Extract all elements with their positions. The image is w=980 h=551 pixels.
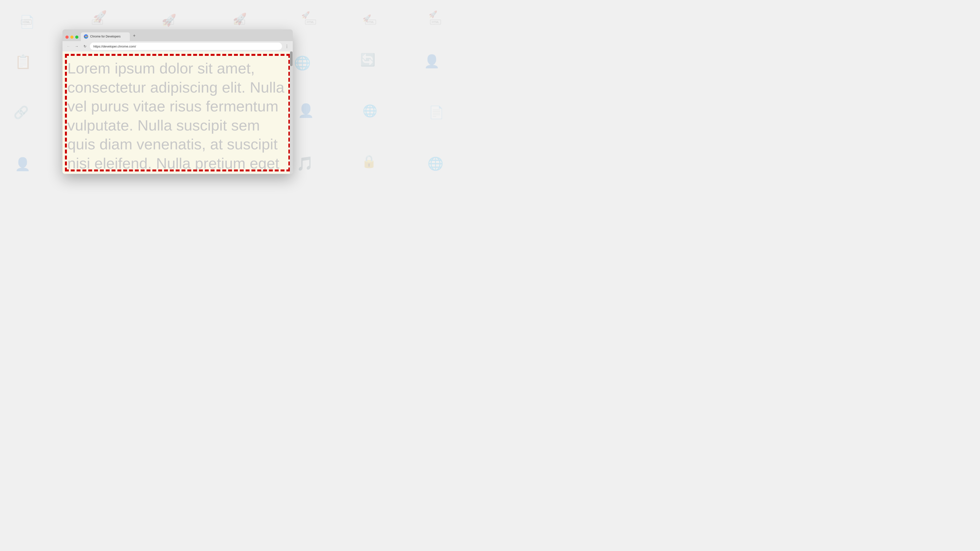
new-tab-button[interactable]: + [131,32,138,39]
bg-icon: 🚀 [301,11,310,19]
chrome-favicon [84,34,88,39]
bg-icon: 👤 [15,157,30,171]
reload-button[interactable]: ↻ [81,43,88,50]
bg-icon: 📄 [20,15,35,29]
bg-icon: 🔗 [13,105,29,119]
page-content: Lorem ipsum dolor sit amet, consectetur … [62,51,293,174]
browser-window: Chrome for Developers + ← → ↻ ⋮ Lorem ip… [62,29,293,174]
bg-icon: 🎵 [296,156,313,171]
navigation-bar: ← → ↻ ⋮ [62,41,293,51]
bg-icon: 📋 [15,54,32,70]
bg-icon: 🌐 [363,104,377,118]
bg-badge: HTML [234,20,245,24]
scrollbar[interactable] [290,51,293,174]
scrollbar-thumb[interactable] [290,51,293,66]
bg-icon: 👤 [424,54,440,69]
bg-badge: HTML [430,20,441,24]
bg-icon: 🌐 [428,156,444,171]
bg-badge: HTML [305,20,316,24]
bg-icon: 🚀 [233,12,247,25]
window-controls [65,35,78,41]
bg-icon: 🚀 [363,14,371,22]
bg-icon: 🔄 [360,52,375,67]
svg-point-3 [86,36,86,37]
bg-badge: HTML [21,20,32,24]
address-bar[interactable] [90,43,282,50]
bg-icon: 📄 [429,105,444,119]
bg-badge: HTML [365,20,376,24]
minimize-button[interactable] [70,35,73,39]
maximize-button[interactable] [75,35,78,39]
forward-button[interactable]: → [73,43,80,50]
bg-icon: 👤 [298,103,314,118]
bg-badge: HTML [92,20,103,24]
bg-icon: 🚀 [429,10,438,18]
bg-icon: 🚀 [93,10,107,23]
bg-badge: HTML [163,20,174,24]
menu-button[interactable]: ⋮ [283,43,290,50]
bg-icon: 🔒 [361,154,377,168]
title-bar: Chrome for Developers + [62,29,293,41]
lorem-ipsum-text: Lorem ipsum dolor sit amet, consectetur … [62,51,293,173]
bg-icon: 🚀 [162,13,177,27]
tab-title: Chrome for Developers [90,35,126,38]
browser-tab[interactable]: Chrome for Developers [81,32,130,41]
close-button[interactable] [65,35,68,39]
back-button[interactable]: ← [65,43,72,50]
bg-icon: 🌐 [294,55,311,71]
